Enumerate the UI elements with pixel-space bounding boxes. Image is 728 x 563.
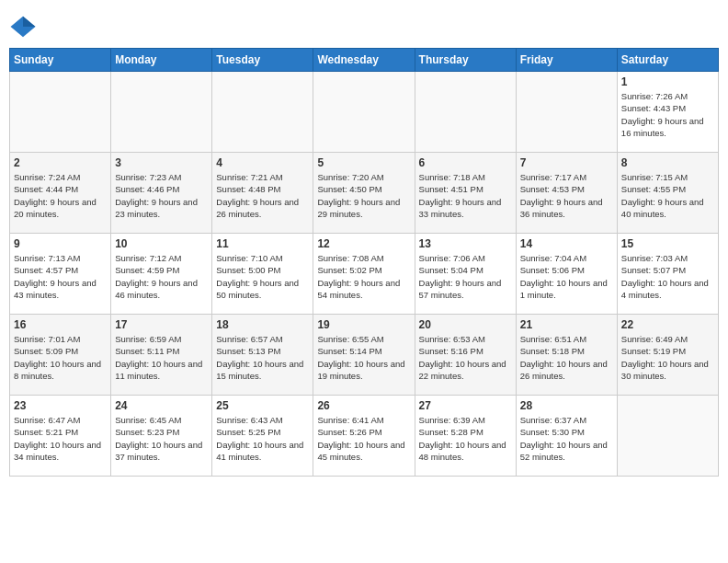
calendar-cell: 21Sunrise: 6:51 AM Sunset: 5:18 PM Dayli… [516, 315, 617, 396]
calendar-cell: 23Sunrise: 6:47 AM Sunset: 5:21 PM Dayli… [10, 396, 111, 477]
calendar-cell: 27Sunrise: 6:39 AM Sunset: 5:28 PM Dayli… [415, 396, 516, 477]
day-info: Sunrise: 7:08 AM Sunset: 5:02 PM Dayligh… [317, 252, 410, 301]
calendar-cell: 4Sunrise: 7:21 AM Sunset: 4:48 PM Daylig… [212, 153, 313, 234]
logo [9, 13, 40, 40]
calendar-cell: 15Sunrise: 7:03 AM Sunset: 5:07 PM Dayli… [617, 234, 718, 315]
day-info: Sunrise: 7:18 AM Sunset: 4:51 PM Dayligh… [419, 171, 512, 220]
calendar-cell: 6Sunrise: 7:18 AM Sunset: 4:51 PM Daylig… [415, 153, 516, 234]
day-number: 27 [419, 399, 512, 412]
calendar-cell: 3Sunrise: 7:23 AM Sunset: 4:46 PM Daylig… [111, 153, 212, 234]
day-info: Sunrise: 6:41 AM Sunset: 5:26 PM Dayligh… [317, 414, 410, 463]
calendar-cell: 22Sunrise: 6:49 AM Sunset: 5:19 PM Dayli… [617, 315, 718, 396]
weekday-header: Thursday [415, 49, 516, 72]
weekday-header: Friday [516, 49, 617, 72]
calendar-cell [313, 72, 415, 153]
day-number: 3 [115, 156, 208, 169]
calendar-week-row: 1Sunrise: 7:26 AM Sunset: 4:43 PM Daylig… [10, 72, 719, 153]
day-info: Sunrise: 7:21 AM Sunset: 4:48 PM Dayligh… [216, 171, 309, 220]
day-number: 11 [216, 237, 309, 250]
day-number: 23 [14, 399, 107, 412]
day-info: Sunrise: 7:15 AM Sunset: 4:55 PM Dayligh… [621, 171, 714, 220]
day-info: Sunrise: 7:10 AM Sunset: 5:00 PM Dayligh… [216, 252, 309, 301]
day-number: 1 [621, 75, 714, 88]
day-info: Sunrise: 6:53 AM Sunset: 5:16 PM Dayligh… [419, 333, 512, 382]
svg-marker-1 [23, 17, 36, 27]
day-info: Sunrise: 6:59 AM Sunset: 5:11 PM Dayligh… [115, 333, 208, 382]
day-number: 26 [317, 399, 410, 412]
day-number: 14 [520, 237, 613, 250]
day-number: 15 [621, 237, 714, 250]
day-number: 9 [14, 237, 107, 250]
calendar-cell: 26Sunrise: 6:41 AM Sunset: 5:26 PM Dayli… [313, 396, 415, 477]
day-number: 5 [317, 156, 410, 169]
day-info: Sunrise: 7:04 AM Sunset: 5:06 PM Dayligh… [520, 252, 613, 301]
day-number: 7 [520, 156, 613, 169]
day-number: 10 [115, 237, 208, 250]
day-number: 24 [115, 399, 208, 412]
calendar-cell [111, 72, 212, 153]
day-number: 21 [520, 318, 613, 331]
calendar-cell: 9Sunrise: 7:13 AM Sunset: 4:57 PM Daylig… [10, 234, 111, 315]
day-number: 17 [115, 318, 208, 331]
day-info: Sunrise: 6:45 AM Sunset: 5:23 PM Dayligh… [115, 414, 208, 463]
calendar-cell: 19Sunrise: 6:55 AM Sunset: 5:14 PM Dayli… [313, 315, 415, 396]
calendar-cell: 24Sunrise: 6:45 AM Sunset: 5:23 PM Dayli… [111, 396, 212, 477]
day-info: Sunrise: 7:12 AM Sunset: 4:59 PM Dayligh… [115, 252, 208, 301]
calendar-table: SundayMondayTuesdayWednesdayThursdayFrid… [9, 48, 719, 477]
calendar-week-row: 2Sunrise: 7:24 AM Sunset: 4:44 PM Daylig… [10, 153, 719, 234]
calendar-cell: 10Sunrise: 7:12 AM Sunset: 4:59 PM Dayli… [111, 234, 212, 315]
page-header [9, 9, 719, 40]
day-info: Sunrise: 6:55 AM Sunset: 5:14 PM Dayligh… [317, 333, 410, 382]
day-number: 22 [621, 318, 714, 331]
day-info: Sunrise: 7:01 AM Sunset: 5:09 PM Dayligh… [14, 333, 107, 382]
calendar-cell: 25Sunrise: 6:43 AM Sunset: 5:25 PM Dayli… [212, 396, 313, 477]
day-number: 13 [419, 237, 512, 250]
day-info: Sunrise: 7:03 AM Sunset: 5:07 PM Dayligh… [621, 252, 714, 301]
day-number: 18 [216, 318, 309, 331]
weekday-header: Sunday [10, 49, 111, 72]
calendar-cell: 8Sunrise: 7:15 AM Sunset: 4:55 PM Daylig… [617, 153, 718, 234]
weekday-header: Saturday [617, 49, 718, 72]
day-number: 6 [419, 156, 512, 169]
day-number: 28 [520, 399, 613, 412]
calendar-cell [617, 396, 718, 477]
day-info: Sunrise: 6:51 AM Sunset: 5:18 PM Dayligh… [520, 333, 613, 382]
calendar-cell: 1Sunrise: 7:26 AM Sunset: 4:43 PM Daylig… [617, 72, 718, 153]
weekday-header: Wednesday [313, 49, 415, 72]
day-info: Sunrise: 6:43 AM Sunset: 5:25 PM Dayligh… [216, 414, 309, 463]
day-number: 16 [14, 318, 107, 331]
day-info: Sunrise: 7:23 AM Sunset: 4:46 PM Dayligh… [115, 171, 208, 220]
calendar-cell [415, 72, 516, 153]
day-number: 19 [317, 318, 410, 331]
calendar-cell [10, 72, 111, 153]
day-number: 20 [419, 318, 512, 331]
day-info: Sunrise: 7:13 AM Sunset: 4:57 PM Dayligh… [14, 252, 107, 301]
day-info: Sunrise: 7:17 AM Sunset: 4:53 PM Dayligh… [520, 171, 613, 220]
day-number: 8 [621, 156, 714, 169]
day-number: 4 [216, 156, 309, 169]
calendar-cell: 16Sunrise: 7:01 AM Sunset: 5:09 PM Dayli… [10, 315, 111, 396]
day-info: Sunrise: 7:24 AM Sunset: 4:44 PM Dayligh… [14, 171, 107, 220]
calendar-header-row: SundayMondayTuesdayWednesdayThursdayFrid… [10, 49, 719, 72]
calendar-cell: 14Sunrise: 7:04 AM Sunset: 5:06 PM Dayli… [516, 234, 617, 315]
day-info: Sunrise: 6:39 AM Sunset: 5:28 PM Dayligh… [419, 414, 512, 463]
calendar-cell: 5Sunrise: 7:20 AM Sunset: 4:50 PM Daylig… [313, 153, 415, 234]
day-number: 25 [216, 399, 309, 412]
calendar-cell: 12Sunrise: 7:08 AM Sunset: 5:02 PM Dayli… [313, 234, 415, 315]
calendar-cell [516, 72, 617, 153]
calendar-week-row: 9Sunrise: 7:13 AM Sunset: 4:57 PM Daylig… [10, 234, 719, 315]
calendar-cell: 20Sunrise: 6:53 AM Sunset: 5:16 PM Dayli… [415, 315, 516, 396]
day-info: Sunrise: 7:06 AM Sunset: 5:04 PM Dayligh… [419, 252, 512, 301]
logo-icon [9, 13, 37, 40]
day-info: Sunrise: 6:49 AM Sunset: 5:19 PM Dayligh… [621, 333, 714, 382]
day-info: Sunrise: 7:20 AM Sunset: 4:50 PM Dayligh… [317, 171, 410, 220]
weekday-header: Monday [111, 49, 212, 72]
calendar-cell: 18Sunrise: 6:57 AM Sunset: 5:13 PM Dayli… [212, 315, 313, 396]
calendar-cell: 2Sunrise: 7:24 AM Sunset: 4:44 PM Daylig… [10, 153, 111, 234]
calendar-cell: 7Sunrise: 7:17 AM Sunset: 4:53 PM Daylig… [516, 153, 617, 234]
calendar-cell: 17Sunrise: 6:59 AM Sunset: 5:11 PM Dayli… [111, 315, 212, 396]
day-info: Sunrise: 6:37 AM Sunset: 5:30 PM Dayligh… [520, 414, 613, 463]
day-number: 12 [317, 237, 410, 250]
calendar-cell [212, 72, 313, 153]
calendar-cell: 11Sunrise: 7:10 AM Sunset: 5:00 PM Dayli… [212, 234, 313, 315]
